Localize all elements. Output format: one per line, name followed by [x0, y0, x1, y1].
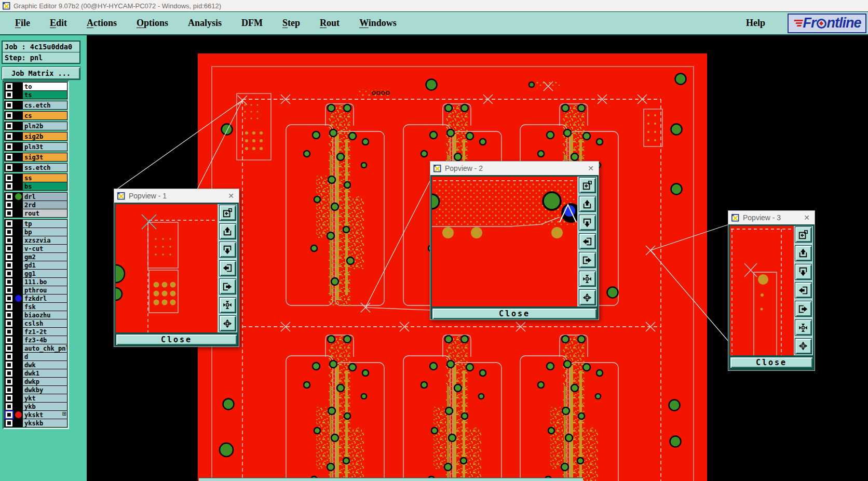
layer-name[interactable]: biaozhu: [23, 311, 67, 319]
layer-name[interactable]: bs: [23, 182, 67, 190]
layer-checkbox[interactable]: [6, 420, 12, 426]
layer-name[interactable]: 2rd: [23, 201, 67, 209]
layer-checkbox[interactable]: [6, 411, 12, 418]
layer-checkbox[interactable]: [6, 353, 12, 360]
layer-name[interactable]: sig3t: [23, 153, 67, 161]
layer-checkbox[interactable]: [6, 270, 12, 277]
layer-checkbox[interactable]: [6, 164, 12, 171]
popview2-close-button[interactable]: Close: [432, 308, 597, 319]
layer-name[interactable]: cslsh: [23, 319, 67, 327]
popview-window-2[interactable]: Popview - 2 ✕: [430, 161, 599, 320]
layer-row-sig2b[interactable]: sig2b: [5, 132, 67, 140]
layer-row-ykb[interactable]: ykb: [5, 402, 67, 410]
job-matrix-button[interactable]: Job Matrix ...: [2, 66, 80, 80]
layer-name[interactable]: gd1: [23, 261, 67, 269]
layer-row-drl[interactable]: drl: [5, 193, 67, 201]
popview-tool-pan-left[interactable]: [220, 261, 236, 276]
layer-row-d[interactable]: d: [5, 352, 67, 360]
layer-name[interactable]: ss.etch: [23, 164, 67, 171]
layer-name[interactable]: auto_chk_pnl: [23, 344, 67, 352]
popview-tool-pan-up[interactable]: [220, 224, 236, 239]
layer-row-tp[interactable]: tp: [5, 220, 67, 228]
layer-checkbox[interactable]: [6, 183, 12, 190]
menu-windows[interactable]: Windows: [349, 16, 406, 31]
layer-row-fz1-2t[interactable]: fz1-2t: [5, 327, 67, 336]
layer-name[interactable]: cs: [23, 112, 67, 119]
popview-tool-copy-view[interactable]: [220, 205, 236, 220]
layer-checkbox[interactable]: [6, 295, 12, 302]
menu-analysis[interactable]: Analysis: [178, 16, 232, 31]
menu-rout[interactable]: Rout: [310, 16, 349, 31]
layer-checkbox[interactable]: [6, 175, 12, 181]
layer-checkbox[interactable]: [6, 112, 12, 119]
layer-checkbox[interactable]: [6, 395, 12, 402]
layer-name[interactable]: ykskt⊞: [23, 411, 67, 419]
layer-checkbox[interactable]: [6, 91, 12, 98]
layer-checkbox[interactable]: [6, 102, 12, 109]
layer-row-rout[interactable]: rout: [5, 209, 67, 217]
layer-name[interactable]: drl: [23, 193, 67, 201]
popview-tool-pan-down[interactable]: [220, 242, 236, 257]
layer-checkbox[interactable]: [6, 262, 12, 269]
popview3-close-icon[interactable]: ✕: [804, 214, 810, 221]
layer-row-cs.etch[interactable]: cs.etch: [5, 101, 67, 109]
layer-row-ss.etch[interactable]: ss.etch: [5, 164, 67, 171]
popview1-close-icon[interactable]: ✕: [228, 192, 234, 199]
layer-name[interactable]: dwkp: [23, 378, 67, 385]
popview-tool-zoom-out[interactable]: [579, 290, 595, 305]
layer-row-bs[interactable]: bs: [5, 182, 67, 190]
popview-window-1[interactable]: Popview - 1 ✕: [114, 189, 239, 347]
popview1-canvas[interactable]: [116, 204, 218, 332]
layer-row-ykskb[interactable]: ykskb: [5, 419, 67, 427]
layer-name[interactable]: pln2b: [23, 122, 67, 130]
layer-checkbox[interactable]: [6, 229, 12, 235]
layer-checkbox[interactable]: [6, 337, 12, 343]
layer-name[interactable]: ss: [23, 174, 67, 182]
menu-file[interactable]: File: [5, 16, 40, 31]
layer-row-to[interactable]: to: [5, 83, 67, 90]
layer-checkbox[interactable]: [6, 378, 12, 385]
popview-tool-copy-view[interactable]: [795, 227, 811, 242]
layer-checkbox[interactable]: [6, 287, 12, 293]
popview3-close-button[interactable]: Close: [730, 357, 813, 368]
window-titlebar[interactable]: Graphic Editor 9.07b2 (00@HY-HYCAM-PC072…: [0, 0, 868, 11]
layer-checkbox[interactable]: [6, 245, 12, 252]
popview2-canvas[interactable]: [432, 177, 577, 306]
popview1-titlebar[interactable]: Popview - 1 ✕: [114, 189, 239, 203]
popview2-titlebar[interactable]: Popview - 2 ✕: [430, 162, 599, 175]
layer-name[interactable]: ts: [23, 91, 67, 99]
layer-row-dwk1[interactable]: dwk1: [5, 369, 67, 377]
layer-row-2rd[interactable]: 2rd: [5, 201, 67, 209]
layer-checkbox[interactable]: [6, 403, 12, 410]
popview-window-3[interactable]: Popview - 3 ✕: [728, 210, 815, 371]
popview-tool-pan-down[interactable]: [579, 215, 595, 230]
popview1-close-button[interactable]: Close: [116, 334, 237, 345]
popview-tool-pan-right[interactable]: [220, 279, 236, 294]
layer-checkbox[interactable]: [6, 123, 12, 129]
layer-checkbox[interactable]: [6, 312, 12, 318]
layer-row-bp[interactable]: bp: [5, 228, 67, 236]
popview-tool-zoom-out[interactable]: [220, 316, 236, 331]
layer-name[interactable]: ykb: [23, 403, 67, 410]
layer-name[interactable]: pthrou: [23, 286, 67, 294]
layer-name[interactable]: d: [23, 353, 67, 360]
layer-name[interactable]: fz1-2t: [23, 328, 67, 336]
popview-tool-zoom-in[interactable]: [220, 298, 236, 313]
layer-name[interactable]: xzszvia: [23, 236, 67, 244]
layer-name[interactable]: fzkdrl: [23, 295, 67, 302]
layer-row-xzszvia[interactable]: xzszvia: [5, 236, 67, 244]
layer-checkbox[interactable]: [6, 362, 12, 368]
menu-step[interactable]: Step: [273, 16, 310, 31]
layer-checkbox[interactable]: [6, 328, 12, 335]
popview-tool-zoom-in[interactable]: [579, 271, 595, 286]
layer-row-fzkdrl[interactable]: fzkdrl: [5, 294, 67, 302]
layer-row-111.bo[interactable]: 111.bo: [5, 277, 67, 286]
layer-checkbox[interactable]: [6, 237, 12, 244]
layer-checkbox[interactable]: [6, 303, 12, 310]
popview-tool-pan-up[interactable]: [795, 246, 811, 261]
layer-row-fsk[interactable]: fsk: [5, 302, 67, 311]
layer-name[interactable]: 111.bo: [23, 278, 67, 286]
layer-row-ykt[interactable]: ykt: [5, 394, 67, 402]
popview-tool-zoom-out[interactable]: [795, 339, 811, 354]
layer-name[interactable]: gg1: [23, 270, 67, 277]
